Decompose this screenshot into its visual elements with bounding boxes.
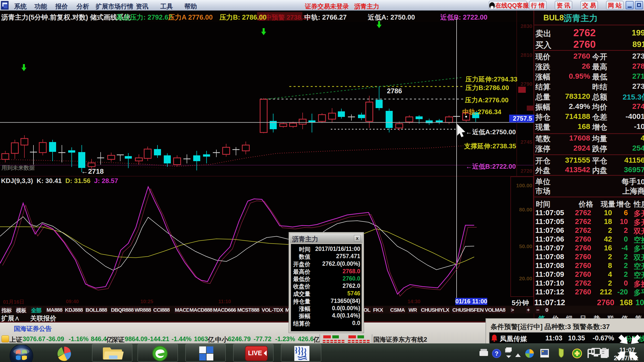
svg-text:?: ? [495,350,499,357]
